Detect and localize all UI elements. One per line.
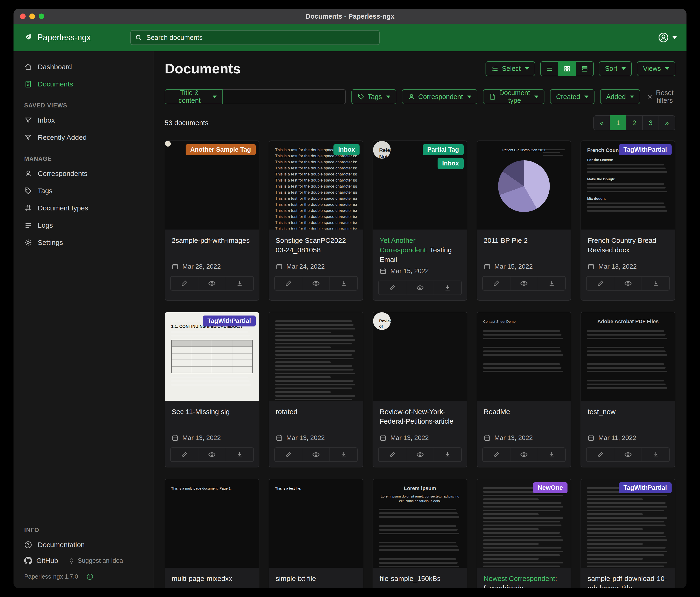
- sidebar-item-settings[interactable]: Settings: [14, 234, 153, 251]
- reset-filters-button[interactable]: Reset filters: [646, 89, 675, 104]
- document-title[interactable]: rotated: [276, 407, 356, 431]
- document-title[interactable]: 2011 BP Pie 2: [484, 236, 565, 260]
- tag-badge[interactable]: Inbox: [438, 158, 464, 169]
- document-title[interactable]: simple txt file: [276, 574, 356, 588]
- minimize-button[interactable]: [29, 14, 35, 19]
- edit-button[interactable]: [275, 277, 302, 290]
- search-input[interactable]: [146, 33, 375, 42]
- select-button[interactable]: Select: [485, 61, 535, 76]
- detail-view-button[interactable]: [576, 61, 594, 76]
- tag-badge[interactable]: TagWithPartial: [619, 482, 672, 493]
- document-thumbnail[interactable]: Patient BP Distribution 2011: [477, 141, 571, 230]
- grid-view-button[interactable]: [558, 61, 576, 76]
- document-thumbnail[interactable]: TagWithPartial: [581, 479, 675, 568]
- title-content-filter-input[interactable]: [223, 89, 346, 104]
- tag-badge[interactable]: Partial Tag: [423, 144, 464, 155]
- suggest-idea-link[interactable]: Suggest an idea: [68, 557, 123, 564]
- document-thumbnail[interactable]: This is a multi page document. Page 1.: [165, 479, 259, 568]
- document-title[interactable]: sample-pdf-download-10-mb-longer-title: [588, 574, 668, 588]
- download-button[interactable]: [642, 448, 669, 461]
- document-thumbnail[interactable]: Contact Sheet Demo: [477, 312, 571, 401]
- sidebar-item-inbox[interactable]: Inbox: [14, 112, 153, 129]
- document-type-filter-button[interactable]: Document type: [483, 89, 545, 104]
- view-button[interactable]: [614, 277, 642, 290]
- tag-badge[interactable]: Another Sample Tag: [185, 144, 256, 155]
- download-button[interactable]: [226, 277, 253, 290]
- edit-button[interactable]: [379, 281, 406, 294]
- document-thumbnail[interactable]: 1.1. CONTINUING MEDICAL EDUCATagWithPart…: [165, 312, 259, 401]
- sidebar-item-correspondents[interactable]: Correspondents: [14, 165, 153, 182]
- document-title[interactable]: Review-of-New-York-Federal-Petitions-art…: [380, 407, 460, 431]
- document-title[interactable]: Newest Correspondent: f_combineds: [484, 574, 565, 588]
- download-button[interactable]: [329, 448, 357, 461]
- sidebar-item-logs[interactable]: Logs: [14, 217, 153, 234]
- edit-button[interactable]: [171, 448, 198, 461]
- edit-button[interactable]: [379, 448, 406, 461]
- view-button[interactable]: [614, 448, 642, 461]
- sidebar-item-dashboard[interactable]: Dashboard: [14, 58, 153, 75]
- document-thumbnail[interactable]: Adobe Acrobat PDF Files: [581, 312, 675, 401]
- tags-filter-button[interactable]: Tags: [351, 89, 396, 104]
- document-title[interactable]: French Country Bread Revised.docx: [588, 236, 668, 260]
- edit-button[interactable]: [483, 448, 510, 461]
- sort-button[interactable]: Sort: [599, 61, 632, 76]
- edit-button[interactable]: [586, 448, 614, 461]
- created-filter-button[interactable]: Created: [550, 89, 595, 104]
- edit-button[interactable]: [275, 448, 302, 461]
- document-correspondent[interactable]: Yet Another Correspondent: [380, 237, 426, 254]
- pagination-page-1[interactable]: 1: [610, 115, 626, 130]
- document-thumbnail[interactable]: Another Sample Tag: [165, 141, 259, 230]
- pagination-prev-button[interactable]: «: [593, 115, 610, 130]
- download-button[interactable]: [226, 448, 253, 461]
- pagination-next-button[interactable]: »: [658, 115, 675, 130]
- user-menu[interactable]: [658, 32, 677, 43]
- document-thumbnail[interactable]: NewOne: [477, 479, 571, 568]
- view-button[interactable]: [198, 448, 226, 461]
- document-title[interactable]: Yet Another Correspondent: Testing Email: [380, 236, 460, 264]
- document-title[interactable]: 2sample-pdf-with-images: [172, 236, 252, 260]
- document-thumbnail[interactable]: This is a test for the double space char…: [269, 141, 363, 230]
- correspondent-filter-button[interactable]: Correspondent: [402, 89, 477, 104]
- download-button[interactable]: [538, 277, 566, 290]
- document-thumbnail[interactable]: Lorem ipsumLorem ipsum dolor sit amet, c…: [373, 479, 467, 568]
- zoom-button[interactable]: [39, 14, 44, 19]
- download-button[interactable]: [329, 277, 357, 290]
- pagination-page-2[interactable]: 2: [626, 115, 643, 130]
- sidebar-item-recently-added[interactable]: Recently Added: [14, 129, 153, 146]
- document-thumbnail[interactable]: This is a test file.: [269, 479, 363, 568]
- sidebar-item-document-types[interactable]: Document types: [14, 199, 153, 217]
- document-title[interactable]: Sec 11-Missing sig: [172, 407, 252, 431]
- view-button[interactable]: [510, 277, 538, 290]
- document-title[interactable]: file-sample_150kBs: [380, 574, 460, 588]
- document-correspondent[interactable]: Newest Correspondent: [484, 575, 555, 582]
- tag-badge[interactable]: TagWithPartial: [203, 315, 256, 327]
- download-button[interactable]: [433, 281, 461, 294]
- download-button[interactable]: [642, 277, 669, 290]
- title-content-dropdown[interactable]: Title & content: [165, 89, 223, 104]
- pagination-page-3[interactable]: 3: [642, 115, 659, 130]
- download-button[interactable]: [433, 448, 461, 461]
- view-button[interactable]: [302, 277, 329, 290]
- added-filter-button[interactable]: Added: [600, 89, 640, 104]
- document-title[interactable]: ReadMe: [484, 407, 565, 431]
- document-thumbnail[interactable]: French Country BreadFor the Leaven:Make …: [581, 141, 675, 230]
- github-link[interactable]: GitHub: [24, 557, 58, 565]
- document-title[interactable]: multi-page-mixedxx: [172, 574, 252, 588]
- sidebar-item-documents[interactable]: Documents: [14, 75, 153, 93]
- list-view-button[interactable]: [540, 61, 558, 76]
- close-button[interactable]: [20, 14, 26, 19]
- document-thumbnail[interactable]: Review of New York Federal Petitions for…: [373, 312, 467, 401]
- edit-button[interactable]: [171, 277, 198, 290]
- sidebar-item-documentation[interactable]: Documentation: [14, 536, 153, 553]
- document-title[interactable]: Sonstige ScanPC2022 03-24_081058: [276, 236, 356, 260]
- tag-badge[interactable]: NewOne: [533, 482, 568, 493]
- view-button[interactable]: [406, 281, 433, 294]
- edit-button[interactable]: [586, 277, 614, 290]
- view-button[interactable]: [510, 448, 538, 461]
- view-button[interactable]: [406, 448, 433, 461]
- info-circle-icon[interactable]: [86, 573, 93, 580]
- document-title[interactable]: test_new: [588, 407, 668, 431]
- edit-button[interactable]: [483, 277, 510, 290]
- search-box[interactable]: [130, 30, 380, 45]
- document-thumbnail[interactable]: [269, 312, 363, 401]
